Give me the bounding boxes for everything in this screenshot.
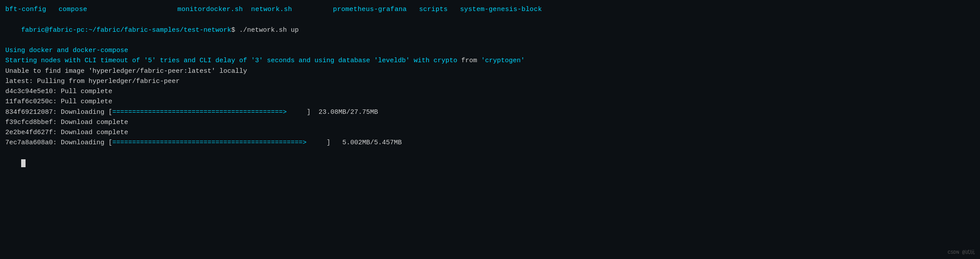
progress-bar-1: ========================================…	[112, 109, 287, 116]
error-line-1: Unable to find image 'hyperledger/fabric…	[5, 66, 975, 76]
prompt-command: ./network.sh up	[239, 26, 299, 34]
hash-line-4: f39cfcd8bbef: Download complete	[5, 117, 975, 128]
hash-line-2: 11faf6c0250c: Pull complete	[5, 97, 975, 107]
watermark: CSDN @试玩	[947, 249, 975, 255]
info-line-1: Using docker and docker-compose	[5, 45, 975, 56]
file-bft-config: bft-config compose monitordocker.sh netw…	[5, 6, 542, 13]
terminal-cursor	[21, 159, 26, 167]
prompt-path: fabric@fabric-pc:~/fabric/fabric-samples…	[21, 26, 231, 34]
file-listing-line: bft-config compose monitordocker.sh netw…	[5, 4, 975, 15]
terminal-window: bft-config compose monitordocker.sh netw…	[0, 0, 980, 259]
downloading-line-1: 834f69212087: Downloading [=============…	[5, 107, 975, 117]
progress-bar-2: ========================================…	[112, 139, 307, 146]
prompt-line: fabric@fabric-pc:~/fabric/fabric-samples…	[5, 15, 975, 45]
prompt-dollar: $	[231, 26, 239, 34]
downloading-line-2: 7ec7a8a608a0: Downloading [=============…	[5, 138, 975, 148]
hash-line-5: 2e2be4fd627f: Download complete	[5, 128, 975, 138]
pulling-line: latest: Pulling from hyperledger/fabric-…	[5, 76, 975, 86]
cursor-line	[5, 148, 975, 179]
hash-line-1: d4c3c94e5e10: Pull complete	[5, 86, 975, 97]
info-line-2: Starting nodes with CLI timeout of '5' t…	[5, 56, 975, 66]
from-word: from	[461, 57, 477, 64]
